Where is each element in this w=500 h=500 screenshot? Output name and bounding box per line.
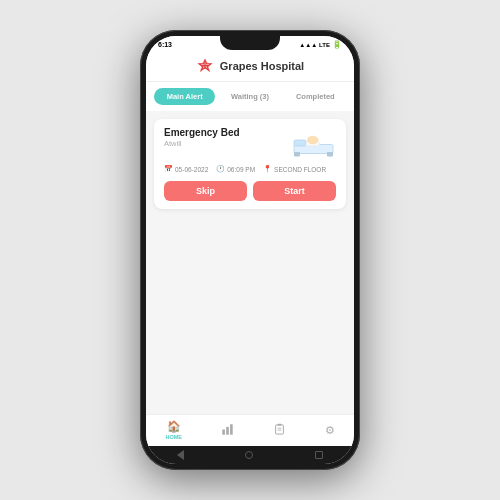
svg-rect-11 xyxy=(275,424,283,433)
card-meta: 📅 05-06-2022 🕐 06:09 PM 📍 SECOND FLOOR xyxy=(164,165,336,173)
card-actions: Skip Start xyxy=(164,181,336,201)
clock-icon: 🕐 xyxy=(216,165,225,173)
svg-point-7 xyxy=(308,136,319,144)
phone-notch xyxy=(220,36,280,50)
status-icons: ▲▲▲ LTE 🔋 xyxy=(299,40,342,49)
recents-button[interactable] xyxy=(315,451,323,459)
svg-rect-3 xyxy=(294,140,306,146)
signal-icon: ▲▲▲ xyxy=(299,42,317,48)
tab-completed[interactable]: Completed xyxy=(285,88,346,105)
nav-settings[interactable]: ⚙ xyxy=(325,424,335,437)
tab-main-alert[interactable]: Main Alert xyxy=(154,88,215,105)
svg-rect-5 xyxy=(327,152,333,157)
home-label: HOME xyxy=(165,434,182,440)
back-button[interactable] xyxy=(177,450,184,460)
svg-rect-12 xyxy=(277,423,281,425)
status-time: 6:13 xyxy=(158,41,172,48)
tab-bar: Main Alert Waiting (3) Completed xyxy=(146,82,354,111)
battery-icon: 🔋 xyxy=(332,40,342,49)
skip-button[interactable]: Skip xyxy=(164,181,247,201)
bed-image xyxy=(291,127,336,159)
svg-rect-10 xyxy=(230,424,233,434)
time-meta: 🕐 06:09 PM xyxy=(216,165,255,173)
nav-clipboard[interactable] xyxy=(273,423,286,438)
card-top: Emergency Bed Atwill xyxy=(164,127,336,159)
svg-rect-8 xyxy=(222,429,225,434)
lte-label: LTE xyxy=(319,42,330,48)
clipboard-icon xyxy=(273,423,286,438)
settings-icon: ⚙ xyxy=(325,424,335,437)
android-nav-bar xyxy=(146,446,354,464)
phone-screen: 6:13 ▲▲▲ LTE 🔋 Grapes Hospital Main Aler… xyxy=(146,36,354,464)
alert-card: Emergency Bed Atwill 📅 xyxy=(154,119,346,209)
tab-waiting[interactable]: Waiting (3) xyxy=(219,88,280,105)
card-subtitle: Atwill xyxy=(164,139,240,148)
app-header: Grapes Hospital xyxy=(146,51,354,82)
svg-rect-4 xyxy=(294,152,300,157)
phone-frame: 6:13 ▲▲▲ LTE 🔋 Grapes Hospital Main Aler… xyxy=(140,30,360,470)
start-button[interactable]: Start xyxy=(253,181,336,201)
nav-home[interactable]: 🏠 HOME xyxy=(165,420,182,440)
location-icon: 📍 xyxy=(263,165,272,173)
calendar-icon: 📅 xyxy=(164,165,173,173)
card-info: Emergency Bed Atwill xyxy=(164,127,240,148)
date-meta: 📅 05-06-2022 xyxy=(164,165,208,173)
nav-stats[interactable] xyxy=(221,423,234,438)
stats-icon xyxy=(221,423,234,438)
location-meta: 📍 SECOND FLOOR xyxy=(263,165,326,173)
hospital-logo xyxy=(196,57,214,75)
home-button[interactable] xyxy=(245,451,253,459)
hospital-name: Grapes Hospital xyxy=(220,60,304,72)
svg-rect-9 xyxy=(226,426,229,434)
content-area: Emergency Bed Atwill 📅 xyxy=(146,111,354,414)
card-title: Emergency Bed xyxy=(164,127,240,138)
home-icon: 🏠 xyxy=(167,420,181,433)
bottom-navigation: 🏠 HOME ⚙ xyxy=(146,414,354,446)
